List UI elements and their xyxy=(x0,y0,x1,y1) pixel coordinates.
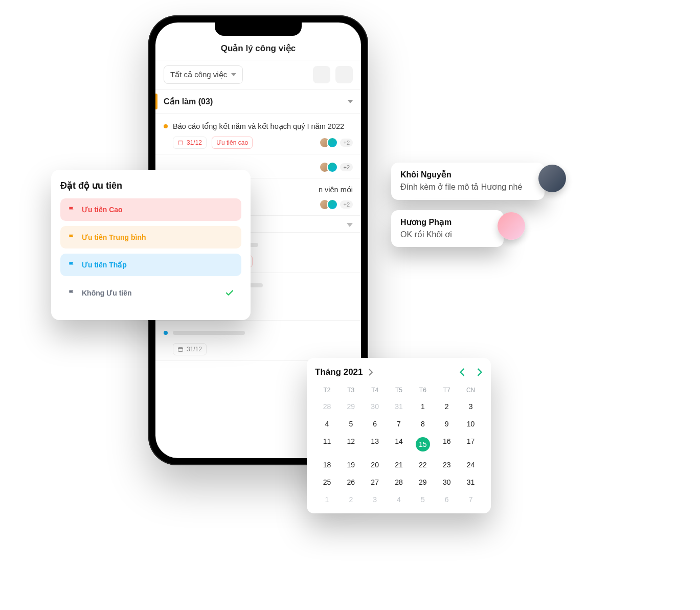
due-text: 31/12 xyxy=(187,346,202,353)
calendar-day[interactable]: 10 xyxy=(459,415,483,433)
weekday-label: T3 xyxy=(339,382,363,398)
calendar-day[interactable]: 5 xyxy=(339,415,363,433)
flag-icon xyxy=(67,289,76,297)
chat-bubble: Khôi Nguyễn Đính kèm ở file mô tả Hương … xyxy=(391,163,545,200)
calendar-day[interactable]: 30 xyxy=(435,473,459,491)
due-text: 31/12 xyxy=(187,139,202,146)
flag-icon xyxy=(67,234,76,241)
check-icon xyxy=(225,288,234,298)
calendar-day[interactable]: 17 xyxy=(459,433,483,456)
more-count: +2 xyxy=(340,200,353,209)
calendar-day[interactable]: 24 xyxy=(459,456,483,473)
chat-sender: Khôi Nguyễn xyxy=(400,170,535,179)
svg-rect-1 xyxy=(178,141,183,145)
calendar-day[interactable]: 8 xyxy=(411,415,435,433)
filter-dropdown[interactable]: Tất cả công việc xyxy=(164,65,243,84)
calendar-day[interactable]: 7 xyxy=(387,415,411,433)
calendar-day[interactable]: 13 xyxy=(363,433,387,456)
calendar-day[interactable]: 3 xyxy=(363,491,387,508)
calendar-day[interactable]: 31 xyxy=(387,398,411,415)
section-todo[interactable]: Cần làm (03) xyxy=(155,89,361,114)
calendar-day[interactable]: 3 xyxy=(459,398,483,415)
calendar-day[interactable]: 25 xyxy=(315,473,339,491)
calendar-day[interactable]: 18 xyxy=(315,456,339,473)
priority-option-high[interactable]: Ưu tiên Cao xyxy=(60,198,241,221)
calendar-grid: 2829303112345678910111213141516171819202… xyxy=(315,398,483,508)
calendar-day[interactable]: 29 xyxy=(339,398,363,415)
calendar-day[interactable]: 2 xyxy=(339,491,363,508)
calendar-day[interactable]: 31 xyxy=(459,473,483,491)
calendar-day[interactable]: 11 xyxy=(315,433,339,456)
chat-message: Đính kèm ở file mô tả Hương nhé xyxy=(400,182,535,193)
due-chip[interactable]: 31/12 xyxy=(173,137,207,149)
status-dot-icon xyxy=(164,331,168,335)
calendar-day[interactable]: 7 xyxy=(459,491,483,508)
task-item[interactable]: 31/12 xyxy=(155,321,361,361)
chat-message: OK rồi Khôi ơi xyxy=(400,229,494,240)
toolbar-icon-1[interactable] xyxy=(313,66,330,83)
calendar-day[interactable]: 4 xyxy=(315,415,339,433)
priority-chip[interactable]: Ưu tiên cao xyxy=(212,137,253,149)
calendar-day[interactable]: 1 xyxy=(315,491,339,508)
calendar-day[interactable]: 23 xyxy=(435,456,459,473)
calendar-day[interactable]: 6 xyxy=(435,491,459,508)
chat-bubble: Hương Phạm OK rồi Khôi ơi xyxy=(391,210,504,247)
next-month-button[interactable] xyxy=(477,368,483,376)
chevron-right-icon[interactable] xyxy=(368,369,373,376)
due-chip[interactable]: 31/12 xyxy=(173,343,207,355)
task-title-partial: n viên mới xyxy=(319,186,353,194)
avatar-group[interactable]: +2 xyxy=(319,162,353,173)
calendar-day[interactable]: 14 xyxy=(387,433,411,456)
calendar-day[interactable]: 30 xyxy=(363,398,387,415)
caret-down-icon xyxy=(347,223,353,227)
calendar-day[interactable]: 16 xyxy=(435,433,459,456)
calendar-day[interactable]: 21 xyxy=(387,456,411,473)
priority-option-medium[interactable]: Ưu tiên Trung bình xyxy=(60,226,241,248)
calendar-title: Tháng 2021 xyxy=(315,367,363,377)
calendar-day[interactable]: 19 xyxy=(339,456,363,473)
calendar-day[interactable]: 28 xyxy=(315,398,339,415)
task-item[interactable]: Báo cáo tổng kết năm và kết hoạch quý I … xyxy=(155,114,361,154)
calendar-day[interactable]: 27 xyxy=(363,473,387,491)
weekday-label: T4 xyxy=(363,382,387,398)
phone-notch xyxy=(215,22,302,36)
calendar-day[interactable]: 4 xyxy=(387,491,411,508)
filter-row: Tất cả công việc xyxy=(155,60,361,89)
calendar-icon xyxy=(177,346,184,352)
weekday-label: T6 xyxy=(411,382,435,398)
calendar-day[interactable]: 29 xyxy=(411,473,435,491)
priority-label: Ưu tiên Thấp xyxy=(82,261,127,269)
calendar-icon xyxy=(177,140,184,146)
flag-icon xyxy=(67,206,76,213)
calendar-day[interactable]: 26 xyxy=(339,473,363,491)
avatar xyxy=(538,165,566,192)
caret-down-icon xyxy=(348,100,353,103)
calendar-day[interactable]: 20 xyxy=(363,456,387,473)
calendar-day[interactable]: 6 xyxy=(363,415,387,433)
more-count: +2 xyxy=(340,139,353,147)
calendar-day[interactable]: 28 xyxy=(387,473,411,491)
avatar-group[interactable]: +2 xyxy=(319,137,353,148)
task-title: Báo cáo tổng kết năm và kết hoạch quý I … xyxy=(173,121,344,131)
calendar-day[interactable]: 9 xyxy=(435,415,459,433)
skeleton-line xyxy=(173,331,245,335)
section-todo-label: Cần làm (03) xyxy=(164,97,213,106)
calendar-day[interactable]: 2 xyxy=(435,398,459,415)
priority-option-low[interactable]: Ưu tiên Thấp xyxy=(60,254,241,276)
avatar xyxy=(327,162,338,173)
chat-thread: Khôi Nguyễn Đính kèm ở file mô tả Hương … xyxy=(391,163,545,257)
more-count: +2 xyxy=(340,163,353,171)
avatar xyxy=(498,212,525,240)
weekday-label: CN xyxy=(459,382,483,398)
prev-month-button[interactable] xyxy=(459,368,465,376)
priority-label: Ưu tiên Cao xyxy=(82,206,123,214)
priority-modal: Đặt độ ưu tiên Ưu tiên Cao Ưu tiên Trung… xyxy=(51,170,251,320)
calendar-day[interactable]: 1 xyxy=(411,398,435,415)
calendar-day[interactable]: 22 xyxy=(411,456,435,473)
priority-option-none[interactable]: Không Ưu tiên xyxy=(60,281,241,305)
avatar-group[interactable]: +2 xyxy=(319,199,353,210)
toolbar-icon-2[interactable] xyxy=(335,66,353,83)
calendar-day[interactable]: 12 xyxy=(339,433,363,456)
calendar-day[interactable]: 5 xyxy=(411,491,435,508)
calendar-day[interactable]: 15 xyxy=(411,433,435,456)
